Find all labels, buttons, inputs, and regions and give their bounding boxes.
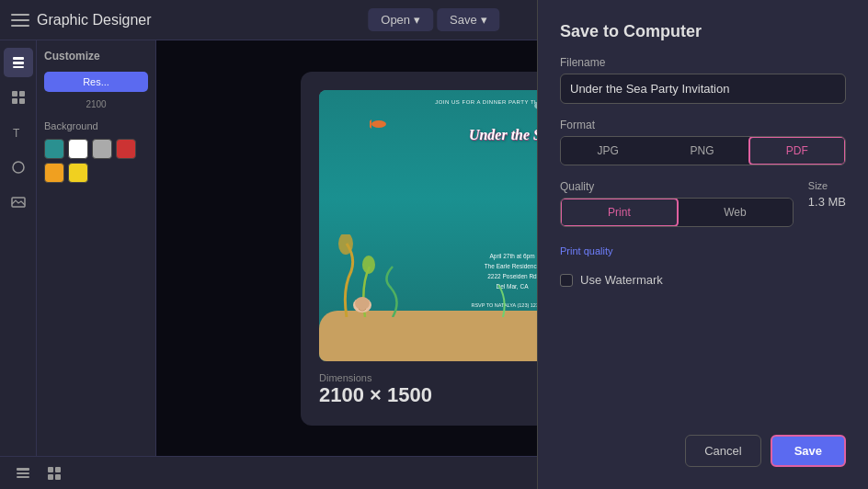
sidebar-icon-shapes[interactable] xyxy=(4,153,33,182)
color-swatch-gray[interactable] xyxy=(92,139,112,159)
quality-col: Quality Print Web xyxy=(560,180,794,227)
svg-rect-1 xyxy=(13,62,24,64)
quality-label: Quality xyxy=(560,180,794,193)
print-quality-link[interactable]: Print quality xyxy=(560,245,612,256)
topbar-center: Open ▾ Save ▾ xyxy=(368,8,499,31)
svg-text:T: T xyxy=(13,127,20,140)
dialog-title: Save to Computer xyxy=(560,22,846,41)
open-label: Open xyxy=(381,13,410,27)
svg-rect-4 xyxy=(19,91,25,97)
size-value: 1.3 MB xyxy=(808,195,846,209)
panel-title: Customize xyxy=(44,48,148,64)
open-button[interactable]: Open ▾ xyxy=(368,8,433,31)
dimensions-text: 2100 xyxy=(44,99,148,109)
main-layout: T Customize Res... 2100 Background xyxy=(0,40,868,456)
sidebar-icon-image[interactable] xyxy=(4,188,33,217)
grid-bottom-icon[interactable] xyxy=(42,461,66,485)
open-chevron-icon: ▾ xyxy=(414,13,420,27)
save-chevron-icon: ▾ xyxy=(481,13,487,27)
format-pdf[interactable]: PDF xyxy=(748,136,846,165)
svg-rect-5 xyxy=(12,98,17,104)
svg-rect-29 xyxy=(55,467,61,472)
svg-rect-26 xyxy=(17,472,29,474)
color-row xyxy=(44,139,148,183)
color-swatch-yellow[interactable] xyxy=(68,163,88,183)
svg-rect-3 xyxy=(12,91,17,97)
sidebar-icons: T xyxy=(0,40,37,456)
color-swatch-teal[interactable] xyxy=(44,139,64,159)
size-label: Size xyxy=(808,180,846,191)
menu-icon[interactable] xyxy=(11,14,29,27)
save-dialog: Save to Computer Filename Format JPG PNG… xyxy=(537,0,868,489)
watermark-row: Use Watermark xyxy=(560,273,846,287)
sidebar-icon-text[interactable]: T xyxy=(4,118,33,147)
svg-point-24 xyxy=(355,297,370,310)
sidebar-icon-layers[interactable] xyxy=(4,48,33,77)
resize-button[interactable]: Res... xyxy=(44,72,148,92)
svg-point-20 xyxy=(362,256,375,274)
filename-label: Filename xyxy=(560,56,846,69)
layers-bottom-icon[interactable] xyxy=(11,461,35,485)
save-label: Save xyxy=(450,13,477,27)
svg-rect-30 xyxy=(48,474,53,480)
save-button[interactable]: Save ▾ xyxy=(437,8,500,31)
watermark-checkbox[interactable] xyxy=(560,274,573,287)
sidebar-icon-grid[interactable] xyxy=(4,83,33,112)
quality-row: Print Web xyxy=(560,198,794,227)
format-png[interactable]: PNG xyxy=(655,137,748,165)
background-label: Background xyxy=(44,120,148,131)
print-quality-section: Print quality xyxy=(560,242,846,258)
topbar-left: Graphic Designer xyxy=(11,12,152,28)
shell xyxy=(351,292,374,315)
svg-rect-27 xyxy=(17,476,29,478)
color-swatch-orange[interactable] xyxy=(44,163,64,183)
svg-rect-0 xyxy=(13,57,24,60)
filename-section: Filename xyxy=(560,56,846,104)
format-section: Format JPG PNG PDF xyxy=(560,119,846,165)
svg-rect-2 xyxy=(13,66,24,68)
quality-web[interactable]: Web xyxy=(678,199,793,226)
svg-rect-25 xyxy=(17,468,29,471)
dialog-actions: Cancel Save xyxy=(560,435,846,467)
filename-input[interactable] xyxy=(560,74,846,104)
size-col: Size 1.3 MB xyxy=(808,180,846,209)
svg-rect-6 xyxy=(19,98,25,104)
format-label: Format xyxy=(560,119,846,131)
svg-rect-31 xyxy=(55,474,61,480)
cancel-button[interactable]: Cancel xyxy=(685,435,760,467)
quality-size-row: Quality Print Web Size 1.3 MB xyxy=(560,180,846,227)
save-final-button[interactable]: Save xyxy=(771,435,846,467)
color-swatch-red[interactable] xyxy=(116,139,136,159)
left-panel: Customize Res... 2100 Background xyxy=(37,40,156,456)
color-swatch-white[interactable] xyxy=(68,139,88,159)
format-jpg[interactable]: JPG xyxy=(561,137,655,165)
quality-print[interactable]: Print xyxy=(560,198,679,227)
format-row: JPG PNG PDF xyxy=(560,136,846,165)
svg-point-8 xyxy=(13,162,24,173)
app-title: Graphic Designer xyxy=(37,12,152,28)
svg-rect-28 xyxy=(48,467,53,472)
watermark-label: Use Watermark xyxy=(580,273,663,287)
